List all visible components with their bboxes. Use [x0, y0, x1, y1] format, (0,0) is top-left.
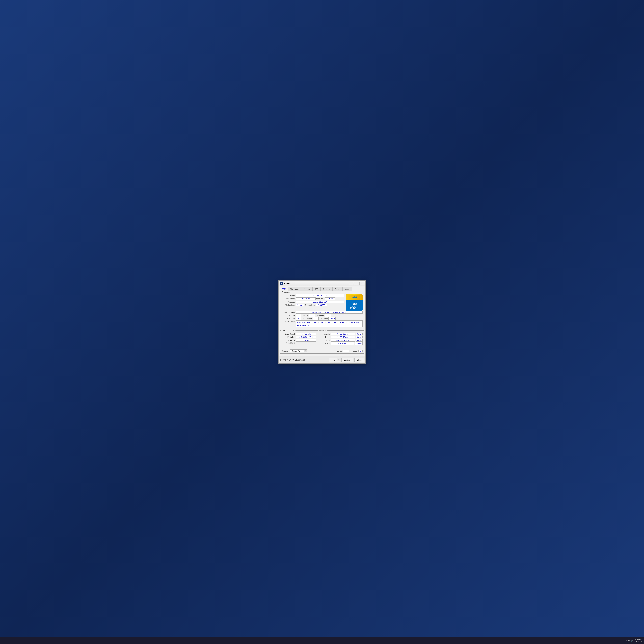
tools-label: Tools	[329, 358, 337, 362]
level2-row: Level 2 4 x 256 KBytes 8-way	[321, 339, 363, 342]
footer: CPU-Z Ver. 2.09.0.x64 Tools ▼ Validate C…	[279, 356, 365, 363]
intel-badge: intel intel inside™ CORE™ i7	[346, 294, 363, 311]
window-title: CPU-Z	[284, 282, 291, 285]
core-speed-row: Core Speed 4197.52 MHz	[281, 333, 316, 335]
processor-content: Name Intel Core i7 5775C Code Name Broad…	[281, 293, 363, 311]
tab-cpu[interactable]: CPU	[280, 287, 288, 291]
instr-value: MMX, SSE, SSE2, SSE3, SSSE3, SSE4.1, SSE…	[296, 320, 363, 327]
close-button[interactable]: ✕	[359, 282, 364, 285]
taskbar: ∧ 🖥 🔊 9:36 AM 5/8/2024	[0, 637, 644, 644]
spec-value: Intel® Core™ i7-5775C CPU @ 3.30GHz	[296, 311, 363, 314]
monitor-icon: 🖥	[628, 640, 630, 642]
l1-inst-way: 8-way	[356, 336, 363, 338]
ext-model-value: 47	[313, 317, 319, 320]
processor-group-label: Processor	[281, 291, 291, 293]
ext-family-label: Ext. Family	[281, 318, 295, 320]
package-value: Socket 1150 LGA	[296, 301, 344, 303]
ext-family-row: Ext. Family 6 Ext. Model 47 Revision E0/…	[281, 317, 363, 320]
intel-inside-text: inside™	[352, 306, 357, 307]
minimize-button[interactable]: —	[349, 282, 353, 285]
core-speed-value: 4197.52 MHz	[296, 333, 316, 335]
technology-label: Technology	[281, 304, 295, 306]
l1-inst-label: L1 Inst.	[321, 336, 330, 338]
tab-about[interactable]: About	[342, 287, 352, 291]
family-value: 6	[296, 314, 301, 317]
tab-memory[interactable]: Memory	[301, 287, 312, 291]
level2-label: Level 2	[321, 339, 330, 341]
date-display: 5/8/2024	[635, 641, 642, 643]
codename-label: Code Name	[281, 298, 295, 300]
threads-label: Threads	[350, 350, 357, 352]
intel-logo: intel	[352, 302, 357, 305]
selection-dropdown[interactable]: Socket #1 ▼	[290, 349, 307, 352]
intel-badge-bottom: intel inside™ CORE™ i7	[346, 300, 363, 311]
spec-label: Specification	[281, 311, 295, 313]
level3-way: 12-way	[355, 342, 363, 345]
dropdown-arrow-icon[interactable]: ▼	[304, 350, 307, 352]
taskbar-time: 9:36 AM 5/8/2024	[635, 638, 642, 643]
multiplier-row: Multiplier x 42.0 (8.0 - 42.0)	[281, 336, 316, 338]
name-label: Name	[281, 294, 295, 297]
bus-speed-value: 99.94 MHz	[296, 339, 316, 342]
rated-fsb-label: Rated FSB	[281, 342, 295, 344]
titlebar-controls: — ☐ ✕	[349, 282, 364, 285]
maximize-button[interactable]: ☐	[354, 282, 359, 285]
l1-data-row: L1 Data 4 x 32 KBytes 8-way	[321, 333, 363, 335]
level3-label: Level 3	[321, 342, 330, 344]
titlebar: Z CPU-Z — ☐ ✕	[279, 281, 365, 286]
codename-value: Broadwell	[296, 297, 316, 300]
l1-inst-value: 4 x 32 KBytes	[331, 336, 355, 338]
l1-data-value: 4 x 32 KBytes	[331, 333, 355, 335]
tab-bar: CPU Mainboard Memory SPD Graphics Bench …	[279, 286, 365, 291]
clocks-group: Clocks (Core #0) Core Speed 4197.52 MHz …	[280, 330, 318, 347]
family-label: Family	[281, 314, 295, 316]
selection-bar: Selection Socket #1 ▼ Cores 4 Threads 8	[280, 348, 364, 354]
app-icon: Z	[280, 282, 283, 285]
validate-button[interactable]: Validate	[341, 358, 353, 362]
tools-button[interactable]: Tools ▼	[329, 358, 340, 362]
processor-group: Processor Name Intel Core i7 5775C Code …	[280, 292, 364, 329]
level3-value: 6 MBytes	[331, 342, 354, 345]
instr-label: Instructions	[281, 320, 295, 323]
level2-way: 8-way	[356, 339, 363, 342]
cores-label: Cores	[337, 350, 342, 352]
bottom-row: Clocks (Core #0) Core Speed 4197.52 MHz …	[280, 330, 364, 348]
footer-version: Ver. 2.09.0.x64	[292, 359, 305, 361]
main-content: Processor Name Intel Core i7 5775C Code …	[279, 291, 365, 356]
selection-value: Socket #1	[290, 350, 304, 352]
processor-fields: Name Intel Core i7 5775C Code Name Broad…	[281, 294, 344, 311]
level2-value: 4 x 256 KBytes	[331, 339, 355, 342]
selection-label: Selection	[281, 350, 289, 352]
l1-inst-row: L1 Inst. 4 x 32 KBytes 8-way	[321, 336, 363, 338]
tab-mainboard[interactable]: Mainboard	[288, 287, 301, 291]
core-speed-label: Core Speed	[281, 333, 295, 335]
spec-row: Specification Intel® Core™ i7-5775C CPU …	[281, 311, 363, 314]
tab-spd[interactable]: SPD	[312, 287, 321, 291]
intel-badge-top: intel	[346, 294, 363, 300]
svg-text:intel: intel	[351, 296, 357, 299]
package-label: Package	[281, 301, 295, 303]
core-voltage-label: Core Voltage	[305, 304, 315, 306]
threads-value: 8	[358, 350, 363, 352]
name-value: Intel Core i7 5775C	[296, 294, 344, 297]
bus-speed-row: Bus Speed 99.94 MHz	[281, 339, 316, 342]
tab-graphics[interactable]: Graphics	[321, 287, 333, 291]
time-display: 9:36 AM	[635, 638, 642, 641]
ext-model-label: Ext. Model	[303, 318, 312, 320]
technology-row: Technology 14 nm Core Voltage 1.338 V	[281, 304, 344, 306]
close-footer-button[interactable]: Close	[354, 358, 364, 362]
name-row: Name Intel Core i7 5775C	[281, 294, 344, 297]
tab-bench[interactable]: Bench	[333, 287, 342, 291]
package-row: Package Socket 1150 LGA	[281, 301, 344, 303]
clocks-group-label: Clocks (Core #0)	[281, 329, 296, 331]
tools-arrow-icon[interactable]: ▼	[337, 358, 340, 361]
family-row: Family 6 Model 7 Stepping 1	[281, 314, 363, 317]
codename-row: Code Name Broadwell Max TDP 65.0 W	[281, 297, 344, 300]
titlebar-left: Z CPU-Z	[280, 282, 291, 285]
multiplier-value: x 42.0 (8.0 - 42.0)	[296, 336, 316, 338]
chevron-icon[interactable]: ∧	[626, 640, 627, 642]
cache-fields: L1 Data 4 x 32 KBytes 8-way L1 Inst. 4 x…	[321, 332, 363, 345]
taskbar-icons: ∧ 🖥 🔊	[626, 640, 633, 642]
technology-value: 14 nm	[296, 304, 304, 306]
clocks-fields: Core Speed 4197.52 MHz Multiplier x 42.0…	[281, 332, 316, 344]
